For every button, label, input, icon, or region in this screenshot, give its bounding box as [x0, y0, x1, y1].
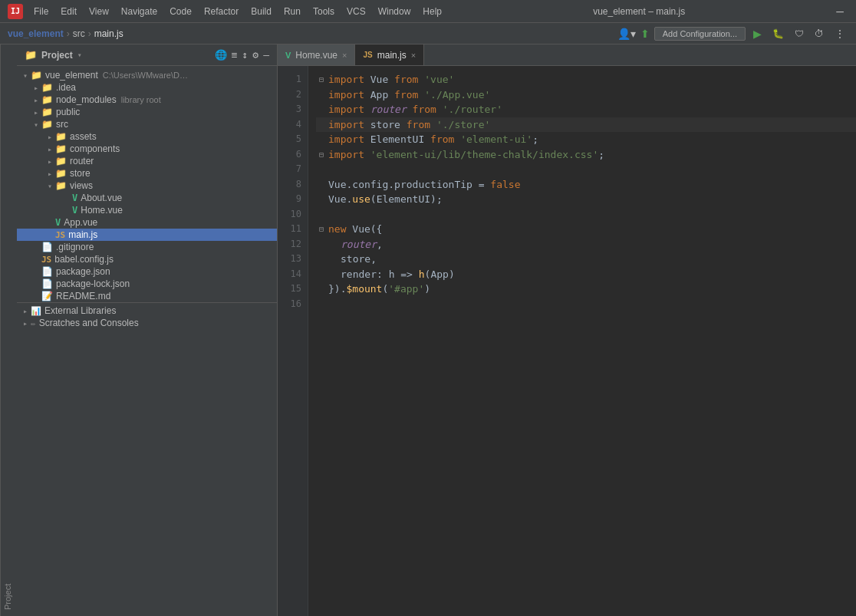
- code-line-2: import App from './App.vue': [316, 87, 856, 103]
- menu-item-run[interactable]: Run: [279, 5, 305, 18]
- code-line-5: import ElementUI from 'element-ui';: [316, 132, 856, 147]
- tree-item-external-libraries[interactable]: ▸ 📊 External Libraries: [17, 305, 277, 317]
- tree-item-app-vue[interactable]: V App.vue: [17, 216, 277, 229]
- fold-1[interactable]: ⊟: [316, 72, 327, 87]
- menu-bar: FileEditViewNavigateCodeRefactorBuildRun…: [29, 5, 446, 18]
- vcs-icon[interactable]: ⬆: [640, 28, 650, 40]
- code-line-11: ⊟ new Vue({: [316, 222, 856, 237]
- code-line-16: [316, 297, 856, 312]
- tree-item-views[interactable]: ▾ 📁 views: [17, 180, 277, 192]
- tree-item-package-lock[interactable]: 📄 package-lock.json: [17, 278, 277, 290]
- menu-item-help[interactable]: Help: [418, 5, 446, 18]
- hide-icon[interactable]: —: [263, 49, 269, 61]
- expand-icon[interactable]: ↕: [242, 49, 249, 61]
- menu-item-build[interactable]: Build: [246, 5, 276, 18]
- tab-home-vue-label: Home.vue: [295, 50, 337, 61]
- tree-item-store[interactable]: ▸ 📁 store: [17, 167, 277, 180]
- code-line-3: import router from './router': [316, 102, 856, 117]
- tree-item-scratches[interactable]: ▸ ✏️ Scratches and Consoles: [17, 317, 277, 329]
- locate-icon[interactable]: 🌐: [215, 49, 227, 61]
- code-line-6: ⊟ import 'element-ui/lib/theme-chalk/ind…: [316, 147, 856, 163]
- menu-item-file[interactable]: File: [29, 5, 53, 18]
- breadcrumb-sep2: ›: [88, 28, 91, 39]
- tab-main-js[interactable]: JS main.js ×: [355, 44, 424, 65]
- tab-home-vue[interactable]: V Home.vue ×: [278, 44, 355, 65]
- code-line-15: }).$mount('#app'): [316, 282, 856, 297]
- folder-icon: 📁: [25, 49, 37, 61]
- sidebar: 📁 Project ▾ 🌐 ≡ ↕ ⚙ — ▾ 📁 vue_element C:…: [17, 44, 278, 616]
- title-bar: IJ FileEditViewNavigateCodeRefactorBuild…: [0, 0, 856, 23]
- app-logo: IJ: [8, 4, 23, 19]
- code-line-1: ⊟ import Vue from 'vue': [316, 72, 856, 87]
- tree-item-assets[interactable]: ▸ 📁 assets: [17, 130, 277, 143]
- menu-item-navigate[interactable]: Navigate: [117, 5, 162, 18]
- code-line-10: [316, 207, 856, 222]
- dropdown-arrow[interactable]: ▾: [77, 51, 82, 59]
- tree-item-about-vue[interactable]: V About.vue: [17, 192, 277, 204]
- menu-item-refactor[interactable]: Refactor: [199, 5, 243, 18]
- breadcrumb-project[interactable]: vue_element: [8, 28, 64, 39]
- code-line-9: Vue.use(ElementUI);: [316, 192, 856, 207]
- tree-item-main-js[interactable]: JS main.js: [17, 229, 277, 241]
- tree-item-router[interactable]: ▸ 📁 router: [17, 155, 277, 167]
- code-line-4: import store from './store': [316, 117, 856, 133]
- main-layout: Project 📁 Project ▾ 🌐 ≡ ↕ ⚙ — ▾ 📁 vue_el…: [0, 44, 856, 616]
- tree-item-src[interactable]: ▾ 📁 src: [17, 118, 277, 130]
- minimize-button[interactable]: —: [831, 4, 848, 18]
- code-line-12: router,: [316, 237, 856, 252]
- user-icon[interactable]: 👤▾: [617, 28, 636, 40]
- window-title: vue_element – main.js: [593, 6, 685, 17]
- collapse-all-icon[interactable]: ≡: [232, 49, 238, 61]
- tab-main-js-label: main.js: [377, 50, 407, 61]
- title-bar-left: IJ FileEditViewNavigateCodeRefactorBuild…: [8, 4, 446, 19]
- tree-item-node-modules[interactable]: ▸ 📁 node_modules library root: [17, 94, 277, 106]
- code-line-13: store,: [316, 252, 856, 267]
- tree-item-babel-config[interactable]: JS babel.config.js: [17, 253, 277, 265]
- menu-item-window[interactable]: Window: [374, 5, 416, 18]
- tree-item-home-vue[interactable]: V Home.vue: [17, 204, 277, 216]
- breadcrumb-file[interactable]: main.js: [94, 28, 123, 39]
- profile-button[interactable]: ⏱: [812, 28, 827, 39]
- close-main-js[interactable]: ×: [411, 51, 416, 60]
- tree-item-package-json[interactable]: 📄 package.json: [17, 265, 277, 278]
- code-line-14: render: h => h(App): [316, 267, 856, 282]
- code-container: 1 2 3 4 5 6 7 8 9 10 11 12 13 14 15 16: [278, 66, 856, 616]
- menu-item-view[interactable]: View: [84, 5, 114, 18]
- tree-item-gitignore[interactable]: 📄 .gitignore: [17, 241, 277, 253]
- close-home-vue[interactable]: ×: [342, 51, 347, 60]
- tree-item-components[interactable]: ▸ 📁 components: [17, 143, 277, 155]
- more-button[interactable]: ⋮: [831, 28, 848, 40]
- run-button[interactable]: ▶: [750, 28, 765, 40]
- toolbar-right: 👤▾ ⬆ Add Configuration... ▶ 🐛 🛡 ⏱ ⋮: [617, 27, 848, 41]
- menu-item-code[interactable]: Code: [165, 5, 196, 18]
- menu-item-tools[interactable]: Tools: [308, 5, 339, 18]
- breadcrumb-bar: vue_element › src › main.js 👤▾ ⬆ Add Con…: [0, 23, 856, 44]
- code-line-7: [316, 162, 856, 177]
- sidebar-header-icons: 🌐 ≡ ↕ ⚙ —: [215, 49, 269, 61]
- sidebar-header: 📁 Project ▾ 🌐 ≡ ↕ ⚙ —: [17, 44, 277, 66]
- tree-item-vue-element[interactable]: ▾ 📁 vue_element C:\Users\WMware\D…: [17, 69, 277, 81]
- coverage-button[interactable]: 🛡: [792, 28, 807, 39]
- settings-icon[interactable]: ⚙: [252, 49, 258, 61]
- breadcrumb-src[interactable]: src: [73, 28, 85, 39]
- project-panel-label[interactable]: Project: [0, 44, 17, 616]
- fold-11[interactable]: ⊟: [316, 222, 327, 237]
- add-configuration-button[interactable]: Add Configuration...: [654, 27, 746, 41]
- debug-button[interactable]: 🐛: [769, 28, 787, 39]
- tree-item-readme[interactable]: 📝 README.md: [17, 290, 277, 302]
- editor-area: V Home.vue × JS main.js × 1 2 3 4 5 6 7 …: [278, 44, 856, 616]
- tree-item-idea[interactable]: ▸ 📁 .idea: [17, 81, 277, 94]
- line-numbers: 1 2 3 4 5 6 7 8 9 10 11 12 13 14 15 16: [278, 66, 308, 616]
- menu-item-vcs[interactable]: VCS: [342, 5, 370, 18]
- tab-bar: V Home.vue × JS main.js ×: [278, 44, 856, 66]
- menu-item-edit[interactable]: Edit: [56, 5, 81, 18]
- tree-item-public[interactable]: ▸ 📁 public: [17, 106, 277, 118]
- code-editor[interactable]: ⊟ import Vue from 'vue' import App from …: [308, 66, 856, 616]
- title-bar-controls: —: [831, 4, 848, 18]
- file-tree: ▾ 📁 vue_element C:\Users\WMware\D… ▸ 📁 .…: [17, 66, 277, 616]
- external-libraries-section: ▸ 📊 External Libraries ▸ ✏️ Scratches an…: [17, 302, 277, 331]
- code-line-8: Vue.config.productionTip = false: [316, 177, 856, 193]
- sidebar-title: Project: [41, 50, 73, 61]
- fold-6[interactable]: ⊟: [316, 147, 327, 163]
- breadcrumb-sep1: ›: [67, 28, 70, 39]
